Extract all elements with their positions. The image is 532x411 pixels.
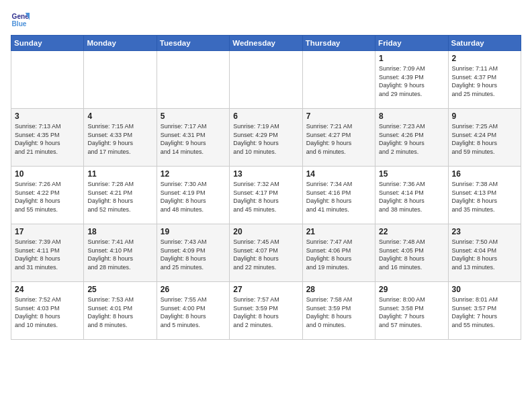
calendar-cell: 17Sunrise: 7:39 AM Sunset: 4:11 PM Dayli… <box>11 224 84 282</box>
calendar-cell: 14Sunrise: 7:34 AM Sunset: 4:16 PM Dayli… <box>302 167 375 224</box>
day-number: 24 <box>15 285 80 294</box>
day-number: 13 <box>233 169 298 179</box>
day-number: 19 <box>161 227 226 236</box>
calendar-cell: 28Sunrise: 7:58 AM Sunset: 3:59 PM Dayli… <box>302 282 375 340</box>
day-info: Sunrise: 7:53 AM Sunset: 4:01 PM Dayligh… <box>87 295 152 329</box>
calendar-cell: 25Sunrise: 7:53 AM Sunset: 4:01 PM Dayli… <box>84 282 157 340</box>
day-info: Sunrise: 7:23 AM Sunset: 4:26 PM Dayligh… <box>379 122 444 156</box>
calendar-table: SundayMondayTuesdayWednesdayThursdayFrid… <box>11 35 521 340</box>
day-number: 6 <box>233 111 298 121</box>
day-info: Sunrise: 7:28 AM Sunset: 4:21 PM Dayligh… <box>87 180 152 214</box>
day-info: Sunrise: 7:15 AM Sunset: 4:33 PM Dayligh… <box>87 122 152 156</box>
calendar-cell: 30Sunrise: 8:01 AM Sunset: 3:57 PM Dayli… <box>448 282 521 340</box>
calendar-cell <box>157 51 229 109</box>
calendar-cell: 27Sunrise: 7:57 AM Sunset: 3:59 PM Dayli… <box>230 282 302 340</box>
day-number: 21 <box>306 227 371 236</box>
calendar-cell: 9Sunrise: 7:25 AM Sunset: 4:24 PM Daylig… <box>448 109 521 167</box>
calendar-cell: 23Sunrise: 7:50 AM Sunset: 4:04 PM Dayli… <box>448 224 521 282</box>
calendar-cell: 10Sunrise: 7:26 AM Sunset: 4:22 PM Dayli… <box>11 167 84 224</box>
calendar-cell: 26Sunrise: 7:55 AM Sunset: 4:00 PM Dayli… <box>157 282 229 340</box>
day-number: 17 <box>15 227 80 236</box>
day-info: Sunrise: 7:34 AM Sunset: 4:16 PM Dayligh… <box>306 180 371 214</box>
day-info: Sunrise: 7:57 AM Sunset: 3:59 PM Dayligh… <box>233 295 298 329</box>
day-info: Sunrise: 7:39 AM Sunset: 4:11 PM Dayligh… <box>15 238 80 271</box>
day-info: Sunrise: 7:25 AM Sunset: 4:24 PM Dayligh… <box>452 122 517 156</box>
calendar-cell: 7Sunrise: 7:21 AM Sunset: 4:27 PM Daylig… <box>302 109 375 167</box>
calendar-cell: 21Sunrise: 7:47 AM Sunset: 4:06 PM Dayli… <box>302 224 375 282</box>
logo: General Blue <box>11 11 32 30</box>
day-number: 2 <box>452 54 517 63</box>
day-info: Sunrise: 7:45 AM Sunset: 4:07 PM Dayligh… <box>233 238 298 271</box>
day-info: Sunrise: 7:52 AM Sunset: 4:03 PM Dayligh… <box>15 295 80 329</box>
day-number: 10 <box>15 169 80 179</box>
calendar-cell: 19Sunrise: 7:43 AM Sunset: 4:09 PM Dayli… <box>157 224 229 282</box>
logo-icon: General Blue <box>11 11 30 30</box>
day-number: 25 <box>87 285 152 294</box>
weekday-header-friday: Friday <box>375 36 448 51</box>
weekday-header-sunday: Sunday <box>11 36 84 51</box>
day-number: 7 <box>306 111 371 121</box>
day-number: 15 <box>379 169 444 179</box>
calendar-cell: 11Sunrise: 7:28 AM Sunset: 4:21 PM Dayli… <box>84 167 157 224</box>
day-info: Sunrise: 7:36 AM Sunset: 4:14 PM Dayligh… <box>379 180 444 214</box>
day-info: Sunrise: 7:50 AM Sunset: 4:04 PM Dayligh… <box>452 238 517 271</box>
calendar-cell: 12Sunrise: 7:30 AM Sunset: 4:19 PM Dayli… <box>157 167 229 224</box>
day-info: Sunrise: 7:30 AM Sunset: 4:19 PM Dayligh… <box>161 180 226 214</box>
calendar-cell: 22Sunrise: 7:48 AM Sunset: 4:05 PM Dayli… <box>375 224 448 282</box>
weekday-header-thursday: Thursday <box>302 36 375 51</box>
calendar-cell: 15Sunrise: 7:36 AM Sunset: 4:14 PM Dayli… <box>375 167 448 224</box>
day-number: 1 <box>379 54 444 63</box>
day-number: 12 <box>161 169 226 179</box>
calendar-cell: 3Sunrise: 7:13 AM Sunset: 4:35 PM Daylig… <box>11 109 84 167</box>
day-info: Sunrise: 8:01 AM Sunset: 3:57 PM Dayligh… <box>452 295 517 329</box>
day-info: Sunrise: 7:38 AM Sunset: 4:13 PM Dayligh… <box>452 180 517 214</box>
calendar-cell: 2Sunrise: 7:11 AM Sunset: 4:37 PM Daylig… <box>448 51 521 109</box>
day-number: 29 <box>379 285 444 294</box>
calendar-cell: 16Sunrise: 7:38 AM Sunset: 4:13 PM Dayli… <box>448 167 521 224</box>
day-number: 27 <box>233 285 298 294</box>
day-info: Sunrise: 7:41 AM Sunset: 4:10 PM Dayligh… <box>87 238 152 271</box>
day-info: Sunrise: 7:09 AM Sunset: 4:39 PM Dayligh… <box>379 64 444 98</box>
day-info: Sunrise: 7:26 AM Sunset: 4:22 PM Dayligh… <box>15 180 80 214</box>
calendar-cell: 20Sunrise: 7:45 AM Sunset: 4:07 PM Dayli… <box>230 224 302 282</box>
day-info: Sunrise: 7:47 AM Sunset: 4:06 PM Dayligh… <box>306 238 371 271</box>
day-info: Sunrise: 7:19 AM Sunset: 4:29 PM Dayligh… <box>233 122 298 156</box>
weekday-header-saturday: Saturday <box>448 36 521 51</box>
day-number: 9 <box>452 111 517 121</box>
calendar-cell: 6Sunrise: 7:19 AM Sunset: 4:29 PM Daylig… <box>230 109 302 167</box>
day-number: 28 <box>306 285 371 294</box>
calendar-cell <box>11 51 84 109</box>
day-info: Sunrise: 7:21 AM Sunset: 4:27 PM Dayligh… <box>306 122 371 156</box>
header: General Blue <box>11 8 521 30</box>
calendar-cell: 18Sunrise: 7:41 AM Sunset: 4:10 PM Dayli… <box>84 224 157 282</box>
day-info: Sunrise: 7:13 AM Sunset: 4:35 PM Dayligh… <box>15 122 80 156</box>
weekday-header-monday: Monday <box>84 36 157 51</box>
calendar-cell: 13Sunrise: 7:32 AM Sunset: 4:17 PM Dayli… <box>230 167 302 224</box>
day-number: 11 <box>87 169 152 179</box>
day-number: 26 <box>161 285 226 294</box>
day-info: Sunrise: 7:55 AM Sunset: 4:00 PM Dayligh… <box>161 295 226 329</box>
day-number: 4 <box>87 111 152 121</box>
calendar-cell: 5Sunrise: 7:17 AM Sunset: 4:31 PM Daylig… <box>157 109 229 167</box>
day-number: 8 <box>379 111 444 121</box>
day-number: 16 <box>452 169 517 179</box>
svg-text:Blue: Blue <box>12 20 27 28</box>
day-number: 22 <box>379 227 444 236</box>
day-number: 3 <box>15 111 80 121</box>
day-info: Sunrise: 7:11 AM Sunset: 4:37 PM Dayligh… <box>452 64 517 98</box>
day-info: Sunrise: 7:32 AM Sunset: 4:17 PM Dayligh… <box>233 180 298 214</box>
weekday-header-wednesday: Wednesday <box>230 36 302 51</box>
calendar-cell: 1Sunrise: 7:09 AM Sunset: 4:39 PM Daylig… <box>375 51 448 109</box>
weekday-header-tuesday: Tuesday <box>157 36 229 51</box>
calendar-cell: 8Sunrise: 7:23 AM Sunset: 4:26 PM Daylig… <box>375 109 448 167</box>
day-info: Sunrise: 7:48 AM Sunset: 4:05 PM Dayligh… <box>379 238 444 271</box>
day-number: 18 <box>87 227 152 236</box>
day-number: 20 <box>233 227 298 236</box>
calendar-cell <box>302 51 375 109</box>
day-info: Sunrise: 8:00 AM Sunset: 3:58 PM Dayligh… <box>379 295 444 329</box>
day-number: 5 <box>161 111 226 121</box>
day-number: 23 <box>452 227 517 236</box>
calendar-cell: 24Sunrise: 7:52 AM Sunset: 4:03 PM Dayli… <box>11 282 84 340</box>
calendar-cell: 29Sunrise: 8:00 AM Sunset: 3:58 PM Dayli… <box>375 282 448 340</box>
calendar-cell: 4Sunrise: 7:15 AM Sunset: 4:33 PM Daylig… <box>84 109 157 167</box>
